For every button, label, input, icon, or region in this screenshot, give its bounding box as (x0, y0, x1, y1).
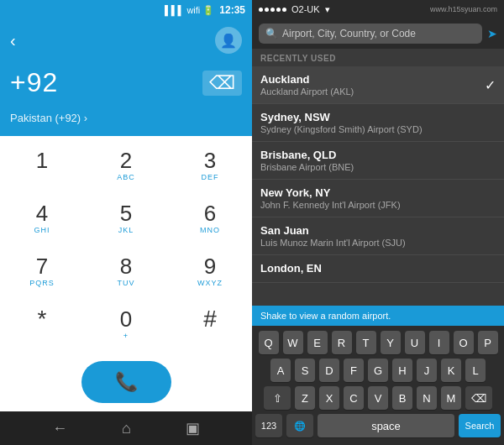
key-4[interactable]: 4 GHI (0, 192, 84, 245)
key-w[interactable]: W (283, 331, 303, 354)
delete-button[interactable]: ⌫ (202, 71, 242, 96)
key-m[interactable]: M (441, 386, 461, 410)
key-g[interactable]: G (368, 359, 388, 382)
shift-key[interactable]: ⇧ (264, 386, 291, 410)
country-label: Pakistan (+92) (10, 112, 81, 124)
airport-item-auckland[interactable]: Auckland Auckland Airport (AKL) ✓ (252, 66, 504, 104)
key-q[interactable]: Q (259, 331, 279, 354)
carrier-label: O2-UK (291, 4, 320, 14)
country-arrow: › (84, 112, 87, 124)
key-o[interactable]: O (454, 331, 474, 354)
key-p[interactable]: P (478, 331, 498, 354)
key-hash[interactable]: # (168, 298, 252, 351)
key-l[interactable]: L (465, 359, 486, 382)
airport-item-sydney[interactable]: Sydney, NSW Sydney (Kingsford Smith) Air… (252, 104, 504, 142)
key-x[interactable]: X (319, 386, 339, 410)
key-0[interactable]: 0 + (84, 298, 168, 351)
keyboard-row-1: Q W E R T Y U I O P (255, 331, 501, 354)
key-a[interactable]: A (270, 359, 291, 382)
status-bar-right: O2-UK ▾ www.h15syuan.com (252, 0, 504, 18)
keyboard: Q W E R T Y U I O P A S D F G H J K L ⇧ … (252, 326, 504, 445)
country-selector[interactable]: Pakistan (+92) › (0, 108, 252, 136)
search-bar: 🔍 Airport, City, Country, or Code ➤ (252, 18, 504, 49)
airport-name: Auckland (260, 73, 354, 86)
location-button[interactable]: ➤ (487, 27, 497, 40)
key-r[interactable]: R (332, 331, 352, 354)
key-star[interactable]: * (0, 298, 84, 351)
key-6[interactable]: 6 MNO (168, 192, 252, 245)
airport-item-sanjuan[interactable]: San Juan Luis Munoz Marin Int'l Airport … (252, 217, 504, 255)
status-icons: ▌▌▌ wifi 🔋 (165, 5, 214, 16)
dot4 (276, 8, 281, 12)
key-y[interactable]: Y (381, 331, 401, 354)
call-button-row: 📞 (0, 354, 252, 411)
back-nav-icon[interactable]: ← (52, 420, 67, 437)
back-button[interactable]: ‹ (10, 31, 16, 50)
airport-list: Auckland Auckland Airport (AKL) ✓ Sydney… (252, 66, 504, 306)
contact-icon[interactable]: 👤 (215, 27, 242, 54)
key-z[interactable]: Z (295, 386, 315, 410)
key-s[interactable]: S (295, 359, 315, 382)
signal-icon: ▌▌▌ (165, 5, 184, 15)
keyboard-row-2: A S D F G H J K L (255, 359, 501, 382)
key-d[interactable]: D (319, 359, 339, 382)
key-f[interactable]: F (344, 359, 364, 382)
key-e[interactable]: E (307, 331, 328, 354)
airport-code: Auckland Airport (AKL) (260, 86, 354, 97)
key-5[interactable]: 5 JKL (84, 192, 168, 245)
keyboard-delete-key[interactable]: ⌫ (465, 386, 492, 410)
space-key[interactable]: space (318, 414, 454, 437)
search-input[interactable]: Airport, City, Country, or Code (282, 28, 475, 39)
call-button[interactable]: 📞 (81, 361, 171, 403)
key-1[interactable]: 1 (0, 139, 84, 192)
recents-nav-icon[interactable]: ▣ (186, 419, 200, 437)
battery-icon: 🔋 (202, 5, 214, 16)
key-h[interactable]: H (392, 359, 412, 382)
wifi-icon-left: wifi (186, 5, 200, 15)
airport-info: Auckland Auckland Airport (AKL) (260, 73, 354, 97)
globe-key[interactable]: 🌐 (286, 414, 313, 437)
airport-info: San Juan Luis Munoz Marin Int'l Airport … (260, 224, 406, 248)
airport-item-london[interactable]: London, EN (252, 255, 504, 283)
airport-name: Sydney, NSW (260, 111, 423, 123)
airport-item-newyork[interactable]: New York, NY John F. Kennedy Int'l Airpo… (252, 180, 504, 217)
search-key[interactable]: Search (459, 414, 501, 437)
airport-item-brisbane[interactable]: Brisbane, QLD Brisbane Airport (BNE) (252, 142, 504, 180)
key-v[interactable]: V (368, 386, 388, 410)
key-2[interactable]: 2 ABC (84, 139, 168, 192)
nav-bar: ← ⌂ ▣ (0, 411, 252, 445)
key-7[interactable]: 7 PQRS (0, 245, 84, 298)
key-u[interactable]: U (405, 331, 425, 354)
dialer-panel: ▌▌▌ wifi 🔋 12:35 ‹ 👤 +92 ⌫ Pakistan (+92… (0, 0, 252, 445)
airport-code: Brisbane Airport (BNE) (260, 162, 354, 172)
airport-code: Luis Munoz Marin Int'l Airport (SJU) (260, 238, 406, 248)
key-3[interactable]: 3 DEF (168, 139, 252, 192)
key-8[interactable]: 8 TUV (84, 245, 168, 298)
key-9[interactable]: 9 WXYZ (168, 245, 252, 298)
key-n[interactable]: N (417, 386, 437, 410)
search-input-container[interactable]: 🔍 Airport, City, Country, or Code (259, 24, 482, 44)
key-k[interactable]: K (441, 359, 461, 382)
airport-name: New York, NY (260, 186, 401, 199)
dialer-header: ‹ 👤 (0, 20, 252, 62)
airport-code: Sydney (Kingsford Smith) Airport (SYD) (260, 124, 423, 134)
wifi-icon-right: ▾ (325, 4, 330, 15)
watermark: www.h15syuan.com (430, 5, 497, 13)
home-nav-icon[interactable]: ⌂ (122, 420, 131, 437)
airport-info: Brisbane, QLD Brisbane Airport (BNE) (260, 149, 354, 172)
dot1 (259, 8, 263, 12)
airport-search-panel: O2-UK ▾ www.h15syuan.com 🔍 Airport, City… (252, 0, 504, 445)
key-b[interactable]: B (392, 386, 412, 410)
airport-code: John F. Kennedy Int'l Airport (JFK) (260, 200, 401, 210)
key-t[interactable]: T (356, 331, 376, 354)
airport-name: London, EN (260, 262, 322, 275)
key-i[interactable]: I (429, 331, 449, 354)
num-switch-key[interactable]: 123 (255, 414, 282, 437)
key-j[interactable]: J (417, 359, 437, 382)
status-left: O2-UK ▾ (259, 4, 330, 15)
airport-name: Brisbane, QLD (260, 149, 354, 161)
key-c[interactable]: C (344, 386, 364, 410)
dot5 (282, 8, 286, 12)
airport-info: Sydney, NSW Sydney (Kingsford Smith) Air… (260, 111, 423, 134)
phone-number: +92 (10, 67, 58, 98)
